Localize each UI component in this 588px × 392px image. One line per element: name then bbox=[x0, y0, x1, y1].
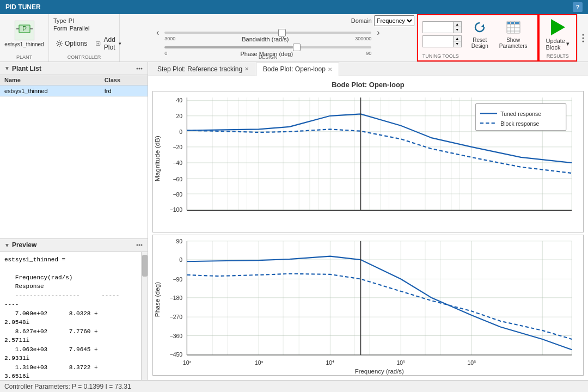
update-dropdown[interactable]: ▾ bbox=[566, 40, 569, 47]
svg-marker-18 bbox=[551, 19, 565, 35]
options-button[interactable]: Options bbox=[53, 39, 89, 48]
bandwidth-spinbox[interactable]: 30000 ▲ ▼ bbox=[422, 21, 462, 33]
svg-text:−270: −270 bbox=[170, 314, 183, 320]
tabs-bar: Step Plot: Reference tracking ✕ Bode Plo… bbox=[148, 62, 588, 76]
plant-icon: P bbox=[15, 21, 34, 40]
nav-right-button[interactable]: › bbox=[375, 28, 382, 38]
phase-input[interactable]: 60 bbox=[423, 36, 453, 47]
svg-text:P: P bbox=[22, 25, 26, 33]
results-section[interactable]: UpdateBlock ▾ RESULTS bbox=[538, 14, 577, 62]
plots-container: 40 20 0 −20 −40 −60 −80 −100 Magnitude (… bbox=[152, 91, 584, 376]
tab-step-close[interactable]: ✕ bbox=[244, 66, 249, 72]
left-panel: ▼ Plant List Name Class bbox=[0, 62, 148, 380]
nav-left-button[interactable]: ‹ bbox=[154, 28, 161, 38]
more-options-button[interactable] bbox=[577, 14, 588, 62]
controller-section-label: CONTROLLER bbox=[68, 54, 101, 60]
bw-max: 300000 bbox=[355, 36, 371, 42]
table-row[interactable]: estsys1_thinned frd bbox=[0, 85, 148, 97]
svg-point-24 bbox=[141, 68, 143, 69]
svg-text:−20: −20 bbox=[173, 144, 182, 150]
svg-text:10⁵: 10⁵ bbox=[397, 359, 405, 366]
tab-step-plot[interactable]: Step Plot: Reference tracking ✕ bbox=[150, 62, 256, 76]
tab-step-label: Step Plot: Reference tracking bbox=[157, 65, 242, 73]
svg-text:−60: −60 bbox=[173, 175, 182, 182]
svg-text:0: 0 bbox=[179, 256, 182, 263]
bandwidth-input[interactable]: 30000 bbox=[423, 22, 453, 33]
plant-name: estsys1_thinned bbox=[4, 41, 44, 47]
svg-point-26 bbox=[139, 244, 140, 246]
bandwidth-down[interactable]: ▼ bbox=[454, 27, 461, 33]
show-params-label: ShowParameters bbox=[499, 37, 528, 49]
phase-min: 0 bbox=[164, 51, 167, 57]
svg-text:Magnitude (dB): Magnitude (dB) bbox=[154, 136, 161, 181]
plant-list-options-icon[interactable] bbox=[136, 65, 143, 72]
plant-list-header: ▼ Plant List bbox=[0, 62, 148, 75]
svg-rect-17 bbox=[515, 22, 519, 24]
row-name: estsys1_thinned bbox=[0, 85, 100, 97]
design-section-label: DESIGN bbox=[259, 54, 278, 60]
svg-text:10³: 10³ bbox=[255, 359, 263, 366]
svg-text:10⁶: 10⁶ bbox=[467, 359, 476, 366]
main-area: ▼ Plant List Name Class bbox=[0, 62, 588, 380]
status-text: Controller Parameters: P = 0.1399 I = 73… bbox=[4, 383, 131, 390]
bandwidth-slider[interactable]: 3000 Bandwidth (rad/s) 300000 bbox=[164, 32, 371, 34]
svg-point-25 bbox=[137, 244, 138, 246]
preview-collapse-arrow[interactable]: ▼ bbox=[4, 242, 10, 248]
domain-label: Domain bbox=[351, 17, 372, 24]
preview-options-icon[interactable] bbox=[136, 241, 143, 249]
phase-slider[interactable]: 0 Phase Margin (deg) 90 bbox=[164, 46, 371, 48]
svg-marker-8 bbox=[481, 24, 484, 27]
svg-text:Tuned response: Tuned response bbox=[500, 110, 541, 117]
help-button[interactable]: ? bbox=[573, 2, 583, 12]
magnitude-svg: 40 20 0 −20 −40 −60 −80 −100 Magnitude (… bbox=[153, 91, 583, 232]
options-label: Options bbox=[65, 40, 87, 47]
svg-text:Frequency  (rad/s): Frequency (rad/s) bbox=[355, 367, 404, 375]
plant-list-section: ▼ Plant List Name Class bbox=[0, 62, 148, 97]
preview-section: ▼ Preview estsys1_thinned = Frequency(ra… bbox=[0, 239, 148, 381]
plant-section: P estsys1_thinned PLANT bbox=[0, 14, 49, 62]
add-plot-button[interactable]: Add Plot ▾ bbox=[94, 35, 123, 52]
preview-header: ▼ Preview bbox=[0, 239, 148, 252]
phase-plot: 90 0 −90 −180 −270 −360 −450 Phase (deg)… bbox=[152, 235, 584, 376]
type-label: Type bbox=[53, 17, 66, 24]
phase-spinbox[interactable]: 60 ▲ ▼ bbox=[422, 35, 462, 47]
reset-icon bbox=[472, 20, 487, 35]
add-plot-icon bbox=[96, 40, 100, 47]
svg-text:−360: −360 bbox=[170, 332, 183, 339]
phase-down[interactable]: ▼ bbox=[454, 41, 461, 47]
svg-rect-77 bbox=[153, 235, 583, 376]
tab-bode-close[interactable]: ✕ bbox=[328, 66, 332, 72]
table-icon bbox=[506, 20, 521, 34]
svg-point-23 bbox=[139, 68, 140, 69]
plot-title: Bode Plot: Open-loop bbox=[152, 81, 584, 89]
tuning-tools-section: 30000 ▲ ▼ 60 ▲ ▼ ResetDe bbox=[417, 14, 538, 62]
svg-text:−80: −80 bbox=[173, 191, 182, 197]
svg-text:−450: −450 bbox=[170, 351, 183, 358]
phase-svg: 90 0 −90 −180 −270 −360 −450 Phase (deg)… bbox=[153, 235, 583, 376]
domain-select[interactable]: Frequency bbox=[374, 15, 414, 26]
plant-list-spacer bbox=[0, 97, 148, 239]
reset-label: ResetDesign bbox=[471, 37, 488, 49]
preview-scrollbar[interactable] bbox=[141, 252, 148, 381]
plant-list-title: ▼ Plant List bbox=[4, 65, 41, 72]
svg-text:40: 40 bbox=[176, 97, 182, 103]
svg-text:0: 0 bbox=[179, 128, 182, 135]
svg-rect-16 bbox=[511, 22, 514, 24]
form-label: Form bbox=[53, 25, 68, 32]
collapse-arrow[interactable]: ▼ bbox=[4, 65, 10, 71]
tuning-section-label: TUNING TOOLS bbox=[422, 53, 459, 59]
magnitude-plot: 40 20 0 −20 −40 −60 −80 −100 Magnitude (… bbox=[152, 91, 584, 232]
svg-rect-15 bbox=[507, 22, 510, 24]
svg-text:−180: −180 bbox=[170, 294, 183, 301]
app-title: PID TUNER bbox=[5, 3, 41, 11]
svg-text:−90: −90 bbox=[173, 275, 182, 282]
svg-point-22 bbox=[137, 68, 138, 69]
svg-point-4 bbox=[58, 42, 61, 45]
show-parameters-button[interactable]: ShowParameters bbox=[496, 17, 531, 51]
tab-bode-plot[interactable]: Bode Plot: Open-loop ✕ bbox=[256, 63, 339, 76]
reset-design-button[interactable]: ResetDesign bbox=[468, 17, 492, 51]
preview-content: estsys1_thinned = Frequency(rad/s) Respo… bbox=[0, 252, 141, 381]
right-panel: Step Plot: Reference tracking ✕ Bode Plo… bbox=[148, 62, 588, 380]
phase-up[interactable]: ▲ bbox=[454, 36, 461, 41]
bandwidth-up[interactable]: ▲ bbox=[454, 22, 461, 27]
